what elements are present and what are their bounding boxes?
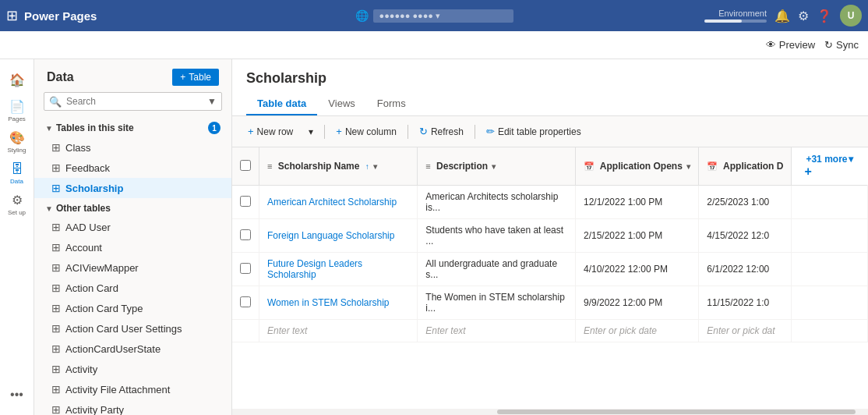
table-item-account[interactable]: ⊞ Account ••• bbox=[34, 237, 231, 257]
filter-icon[interactable]: ▾ bbox=[373, 162, 377, 171]
empty-deadline-cell[interactable]: Enter or pick dat bbox=[699, 320, 792, 342]
col-header-name[interactable]: ≡ Scholarship Name ↑ ▾ bbox=[259, 147, 418, 186]
sidebar-item-setup[interactable]: ⚙ Set up bbox=[3, 190, 31, 218]
tables-in-site-badge: 1 bbox=[208, 122, 221, 134]
tab-forms[interactable]: Forms bbox=[366, 93, 417, 115]
sidebar-item-home[interactable]: 🏠 bbox=[3, 66, 31, 94]
tables-in-site-section[interactable]: ▼ Tables in this site 1 bbox=[34, 117, 231, 137]
filter-icon[interactable]: ▼ bbox=[207, 96, 217, 107]
plus-icon: + bbox=[336, 126, 342, 137]
col-header-opens[interactable]: 📅 Application Opens ▾ bbox=[575, 147, 698, 186]
table-grid-icon: ⊞ bbox=[51, 161, 61, 174]
sidebar-item-more[interactable]: ••• bbox=[3, 381, 31, 409]
preview-button[interactable]: 👁 Preview bbox=[766, 39, 815, 51]
url-bar[interactable]: ●●●●●● ●●●● ▾ bbox=[373, 9, 513, 23]
row-checkbox[interactable] bbox=[240, 229, 251, 240]
new-row-dropdown-button[interactable]: ▾ bbox=[302, 123, 319, 140]
table-item-aciviewmapper[interactable]: ⊞ ACIViewMapper ••• bbox=[34, 257, 231, 278]
settings-icon[interactable]: ⚙ bbox=[798, 9, 809, 23]
edit-table-button[interactable]: ✏ Edit table properties bbox=[480, 122, 587, 140]
table-item-name: Feedback bbox=[65, 162, 204, 174]
table-item-actioncardusersettings[interactable]: ⊞ Action Card User Settings ••• bbox=[34, 318, 231, 339]
cell-deadline: 4/15/2022 12:0 bbox=[699, 219, 792, 253]
top-bar-left: ⊞ Power Pages bbox=[6, 7, 355, 24]
grid-icon[interactable]: ⊞ bbox=[6, 7, 18, 24]
filter-icon[interactable]: ▾ bbox=[686, 162, 690, 171]
sort-icon[interactable]: ↑ bbox=[365, 162, 369, 171]
empty-desc-cell[interactable]: Enter text bbox=[418, 320, 576, 342]
table-item-actioncardtype[interactable]: ⊞ Action Card Type ••• bbox=[34, 298, 231, 318]
col-header-deadline[interactable]: 📅 Application D bbox=[699, 147, 792, 186]
environment-bar bbox=[704, 20, 767, 23]
scholarship-name-link[interactable]: American Architect Scholarship bbox=[267, 197, 397, 208]
table-item-class[interactable]: ⊞ Class ••• bbox=[34, 137, 231, 158]
tab-views[interactable]: Views bbox=[317, 93, 365, 115]
refresh-button[interactable]: ↻ Refresh bbox=[413, 122, 470, 140]
scholarship-name-link[interactable]: Foreign Language Scholarship bbox=[267, 230, 394, 241]
table-grid-icon: ⊞ bbox=[51, 221, 61, 233]
table-item-actioncarduserstate[interactable]: ⊞ ActionCardUserState ••• bbox=[34, 339, 231, 359]
cell-extra bbox=[792, 186, 868, 219]
other-tables-section[interactable]: ▼ Other tables bbox=[34, 198, 231, 217]
new-column-button[interactable]: + New column bbox=[330, 122, 403, 140]
table-grid-icon: ⊞ bbox=[51, 282, 61, 294]
sidebar-item-pages[interactable]: 📄 Pages bbox=[3, 97, 31, 125]
table-item-name: Action Card Type bbox=[65, 303, 204, 314]
table-item-activity[interactable]: ⊞ Activity ••• bbox=[34, 359, 231, 379]
pages-icon: 📄 bbox=[9, 99, 25, 114]
tab-table-data[interactable]: Table data bbox=[246, 93, 317, 115]
bottom-scrollbar[interactable] bbox=[232, 409, 868, 415]
cell-name[interactable]: Future Design Leaders Scholarship bbox=[259, 253, 418, 286]
empty-name-cell[interactable]: Enter text bbox=[259, 320, 418, 342]
table-grid-icon: ⊞ bbox=[51, 383, 61, 395]
scholarship-name-link[interactable]: Future Design Leaders Scholarship bbox=[267, 258, 362, 280]
row-checkbox-cell bbox=[232, 286, 259, 320]
col-label-name: Scholarship Name bbox=[278, 161, 360, 172]
row-checkbox[interactable] bbox=[240, 296, 251, 307]
select-all-checkbox[interactable] bbox=[240, 160, 251, 171]
search-input[interactable] bbox=[44, 92, 222, 111]
table-item-name: Action Card User Settings bbox=[65, 323, 204, 335]
table-item-actioncard[interactable]: ⊞ Action Card ••• bbox=[34, 278, 231, 298]
more-columns-button[interactable]: +31 more ▾ bbox=[799, 154, 859, 165]
cell-name[interactable]: Women in STEM Scholarship bbox=[259, 286, 418, 320]
table-row: Women in STEM Scholarship The Women in S… bbox=[232, 286, 868, 320]
sync-button[interactable]: ↻ Sync bbox=[824, 39, 859, 51]
page-title: Scholarship bbox=[246, 70, 854, 87]
edit-table-label: Edit table properties bbox=[498, 126, 581, 137]
cell-extra bbox=[792, 320, 868, 342]
table-item-name: Action Card bbox=[65, 282, 204, 294]
sidebar-content: ▼ Tables in this site 1 ⊞ Class ••• ⊞ Fe… bbox=[34, 117, 231, 415]
cell-name[interactable]: Foreign Language Scholarship bbox=[259, 219, 418, 253]
table-item-name: ACIViewMapper bbox=[65, 262, 204, 274]
sidebar-item-styling[interactable]: 🎨 Styling bbox=[3, 128, 31, 156]
cell-desc: All undergraduate and graduate s... bbox=[418, 253, 576, 286]
styling-nav-label: Styling bbox=[7, 147, 26, 154]
table-item-scholarship[interactable]: ⊞ Scholarship ••• bbox=[34, 178, 231, 198]
sidebar-item-data[interactable]: 🗄 Data bbox=[3, 159, 31, 187]
cell-name[interactable]: American Architect Scholarship bbox=[259, 186, 418, 219]
sidebar: Data + Table 🔍 ▼ ▼ Tables in this site 1… bbox=[34, 59, 232, 415]
table-item-activityparty[interactable]: ⊞ Activity Party ••• bbox=[34, 399, 231, 415]
notification-icon[interactable]: 🔔 bbox=[774, 9, 790, 23]
toolbar-separator-2 bbox=[408, 125, 408, 139]
top-bar: ⊞ Power Pages 🌐 ●●●●●● ●●●● ▾ Environmen… bbox=[0, 0, 868, 31]
help-icon[interactable]: ❓ bbox=[817, 9, 832, 23]
filter-icon[interactable]: ▾ bbox=[492, 162, 496, 171]
row-checkbox[interactable] bbox=[240, 196, 251, 207]
scholarship-name-link[interactable]: Women in STEM Scholarship bbox=[267, 297, 390, 308]
col-header-desc[interactable]: ≡ Description ▾ bbox=[418, 147, 576, 186]
table-item-feedback[interactable]: ⊞ Feedback ••• bbox=[34, 158, 231, 178]
tables-in-site-label: Tables in this site bbox=[56, 122, 134, 133]
row-checkbox[interactable] bbox=[240, 263, 251, 274]
table-row: Foreign Language Scholarship Students wh… bbox=[232, 219, 868, 253]
add-table-button[interactable]: + Table bbox=[172, 69, 219, 86]
table-grid-icon: ⊞ bbox=[51, 261, 61, 274]
col-label-deadline: Application D bbox=[723, 161, 783, 172]
add-column-icon-button[interactable]: + bbox=[799, 165, 816, 178]
table-item-aaduser[interactable]: ⊞ AAD User ••• bbox=[34, 217, 231, 237]
avatar[interactable]: U bbox=[840, 5, 862, 27]
table-item-activityfileattachment[interactable]: ⊞ Activity File Attachment ••• bbox=[34, 379, 231, 399]
new-row-button[interactable]: + New row bbox=[242, 122, 299, 140]
empty-opens-cell[interactable]: Enter or pick date bbox=[575, 320, 698, 342]
